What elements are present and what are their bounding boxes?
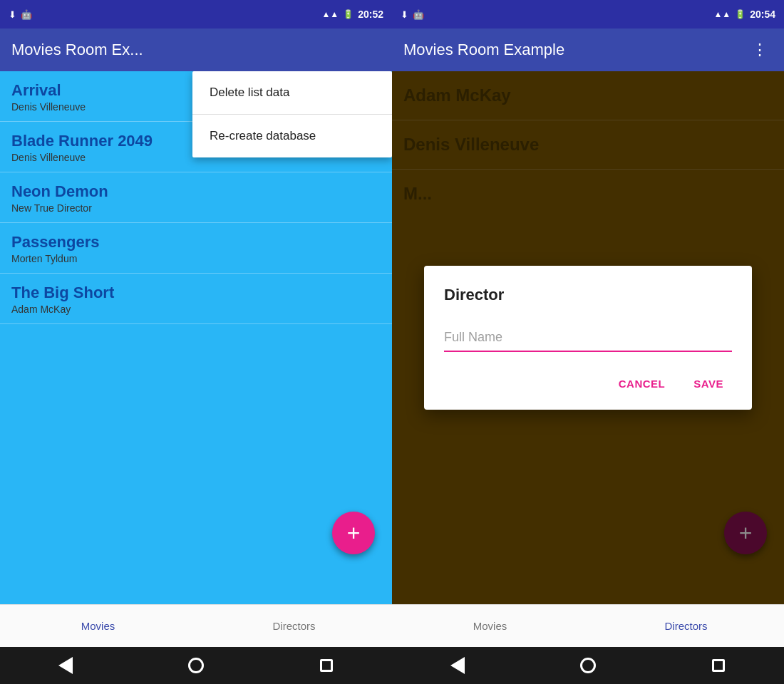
right-home-btn[interactable]	[575, 653, 601, 678]
left-app-bar: Movies Room Ex...	[0, 28, 392, 71]
right-back-btn[interactable]	[445, 653, 470, 678]
left-app-title: Movies Room Ex...	[11, 41, 143, 59]
dropdown-item-delete[interactable]: Delete list data	[192, 71, 392, 115]
dialog-input-wrapper	[444, 324, 732, 352]
right-tab-movies-label: Movies	[473, 620, 507, 632]
right-back-icon	[450, 657, 465, 674]
left-tab-movies-label: Movies	[81, 620, 115, 632]
right-status-bar: ⬇ 🤖 ▲▲ 🔋 20:54	[392, 0, 784, 28]
director-dialog: Director CANCEL SAVE	[424, 266, 752, 410]
right-android-icon: 🤖	[413, 9, 424, 20]
movie-title-bigshort: The Big Short	[11, 284, 381, 302]
left-time: 20:52	[358, 9, 383, 20]
movie-director-bigshort: Adam McKay	[11, 304, 381, 315]
right-bottom-nav: Movies Directors	[392, 604, 784, 647]
right-app-actions: ⋮	[747, 37, 773, 63]
left-status-right: ▲▲ 🔋 20:52	[321, 9, 383, 20]
right-tab-directors-label: Directors	[664, 620, 707, 632]
right-app-title: Movies Room Example	[403, 41, 564, 59]
more-vert-icon: ⋮	[752, 41, 768, 59]
dialog-actions: CANCEL SAVE	[444, 372, 732, 395]
right-recents-icon	[712, 659, 725, 672]
left-back-btn[interactable]	[53, 653, 78, 678]
movie-title-passengers: Passengers	[11, 233, 381, 252]
left-sys-nav	[0, 647, 392, 684]
movie-director-passengers: Morten Tyldum	[11, 253, 381, 264]
movie-item-neondemon[interactable]: Neon Demon New True Director	[0, 172, 392, 223]
right-time: 20:54	[750, 9, 775, 20]
movie-director-neondemon: New True Director	[11, 202, 381, 214]
home-icon	[188, 658, 204, 673]
right-home-icon	[580, 658, 596, 673]
right-download-icon: ⬇	[401, 9, 408, 20]
android-icon: 🤖	[21, 9, 32, 20]
signal-icon: ▲▲	[321, 9, 339, 19]
right-status-right: ▲▲ 🔋 20:54	[713, 9, 775, 20]
right-tab-movies[interactable]: Movies	[392, 605, 588, 647]
left-tab-movies[interactable]: Movies	[0, 605, 196, 647]
right-battery-icon: 🔋	[735, 9, 746, 19]
movie-item-bigshort[interactable]: The Big Short Adam McKay	[0, 274, 392, 324]
right-screen: ⬇ 🤖 ▲▲ 🔋 20:54 Movies Room Example ⋮ Ada…	[392, 0, 784, 684]
left-fab[interactable]: +	[332, 512, 375, 554]
right-recents-btn[interactable]	[706, 653, 731, 678]
download-icon: ⬇	[9, 9, 16, 20]
right-status-icons: ⬇ 🤖	[401, 9, 424, 20]
left-status-bar: ⬇ 🤖 ▲▲ 🔋 20:52	[0, 0, 392, 28]
movie-item-passengers[interactable]: Passengers Morten Tyldum	[0, 223, 392, 274]
right-sys-nav	[392, 647, 784, 684]
right-overflow-btn[interactable]: ⋮	[747, 37, 773, 63]
left-content: Arrival Denis Villeneuve Blade Runner 20…	[0, 71, 392, 604]
dropdown-item-recreate[interactable]: Re-create database	[192, 115, 392, 157]
left-screen: ⬇ 🤖 ▲▲ 🔋 20:52 Movies Room Ex... Arrival…	[0, 0, 392, 684]
left-home-btn[interactable]	[183, 653, 209, 678]
left-tab-directors-label: Directors	[272, 620, 315, 632]
recents-icon	[320, 659, 333, 672]
left-bottom-nav: Movies Directors	[0, 604, 392, 647]
dropdown-menu: Delete list data Re-create database	[192, 71, 392, 157]
left-fab-icon: +	[347, 522, 361, 544]
full-name-input[interactable]	[444, 324, 732, 352]
dialog-title: Director	[444, 286, 732, 304]
right-app-bar: Movies Room Example ⋮	[392, 28, 784, 71]
left-status-icons: ⬇ 🤖	[9, 9, 32, 20]
dialog-overlay: Director CANCEL SAVE	[392, 71, 784, 604]
left-tab-directors[interactable]: Directors	[196, 605, 392, 647]
right-content: Adam McKay Denis Villeneuve M... Directo…	[392, 71, 784, 604]
right-tab-directors[interactable]: Directors	[588, 605, 784, 647]
battery-icon: 🔋	[343, 9, 354, 19]
save-button[interactable]: SAVE	[685, 372, 732, 395]
back-icon	[58, 657, 73, 674]
right-signal-icon: ▲▲	[713, 9, 731, 19]
movie-title-neondemon: Neon Demon	[11, 182, 381, 201]
left-recents-btn[interactable]	[314, 653, 339, 678]
cancel-button[interactable]: CANCEL	[610, 372, 674, 395]
